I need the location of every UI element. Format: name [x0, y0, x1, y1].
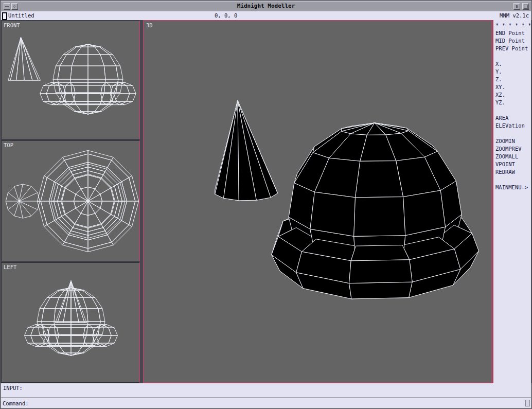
front-wireframe-canvas [2, 21, 139, 139]
command-prompt[interactable]: Command: [3, 400, 29, 406]
sticky-pattern-icon [13, 5, 16, 8]
menu-item-xy[interactable]: XY. [493, 83, 531, 91]
menu-spacer [493, 130, 531, 137]
menu-item-zoomprev[interactable]: ZOOMPREV [493, 145, 531, 153]
window-menu-button[interactable] [4, 3, 10, 10]
window-title: Midnight Modeller [237, 3, 295, 9]
menu-item-midpoint[interactable]: MID Point [493, 37, 531, 45]
console-area: INPUT: Command: [1, 383, 531, 408]
menu-spacer [493, 176, 531, 184]
menu-item-z[interactable]: Z. [493, 76, 531, 83]
top-wireframe-canvas [2, 141, 139, 261]
viewport-left[interactable]: LEFT [1, 262, 140, 383]
resize-grip[interactable] [525, 400, 530, 406]
menu-item-y[interactable]: Y. [493, 68, 531, 76]
window-sticky-button[interactable] [11, 3, 18, 10]
menu-item-zoomin[interactable]: ZOOMIN [493, 137, 531, 145]
viewport-3d[interactable]: 3D [143, 20, 492, 383]
menu-item-zoomall[interactable]: ZOOMALL [493, 153, 531, 161]
status-bar: Untitled 0, 0, 0 MNM v2.1c [1, 11, 531, 20]
coordinates-readout: 0, 0, 0 [215, 12, 237, 19]
app-version-label: MNM v2.1c [500, 12, 529, 19]
menu-item-xz[interactable]: XZ. [493, 91, 531, 99]
window-minimize-button[interactable] [513, 3, 520, 10]
perspective-render-canvas [144, 21, 491, 382]
viewport-front-label: FRONT [4, 22, 20, 28]
menu-item-mainmenu[interactable]: MAINMENU=> [493, 184, 531, 191]
window-titlebar[interactable]: Midnight Modeller [1, 1, 531, 12]
window-maximize-button[interactable] [522, 3, 529, 10]
viewport-3d-label: 3D [146, 22, 153, 28]
command-menu: * * * * * *END PointMID PointPREV PointX… [492, 20, 531, 383]
viewport-left-label: LEFT [4, 264, 16, 270]
menu-item-redraw[interactable]: REDRAW [493, 168, 531, 176]
menu-item-yz[interactable]: YZ. [493, 99, 531, 106]
viewport-top-label: TOP [4, 142, 13, 148]
menu-item-x[interactable]: X. [493, 60, 531, 68]
menu-item-elevation[interactable]: ELEVation [493, 122, 531, 130]
menu-spacer [493, 52, 531, 60]
menu-item-stars[interactable]: * * * * * * [493, 22, 531, 29]
text-cursor [2, 12, 7, 20]
menu-item-area[interactable]: AREA [493, 114, 531, 122]
menu-spacer [493, 106, 531, 114]
menu-item-endpoint[interactable]: END Point [493, 29, 531, 37]
filename-label: Untitled [8, 12, 34, 19]
app-window: Midnight Modeller Untitled 0, 0, 0 MNM v… [0, 0, 532, 409]
console-divider [1, 397, 531, 398]
viewport-front[interactable]: FRONT [1, 21, 140, 139]
viewport-top[interactable]: TOP [1, 140, 140, 261]
menu-item-vpoint[interactable]: VPOINT [493, 161, 531, 168]
maximize-icon [524, 5, 528, 9]
menu-bar-icon [5, 6, 9, 7]
menu-item-prevpoint[interactable]: PREV Point [493, 45, 531, 52]
minimize-icon [516, 5, 518, 8]
input-prompt[interactable]: INPUT: [3, 385, 23, 391]
left-wireframe-canvas [2, 263, 139, 382]
